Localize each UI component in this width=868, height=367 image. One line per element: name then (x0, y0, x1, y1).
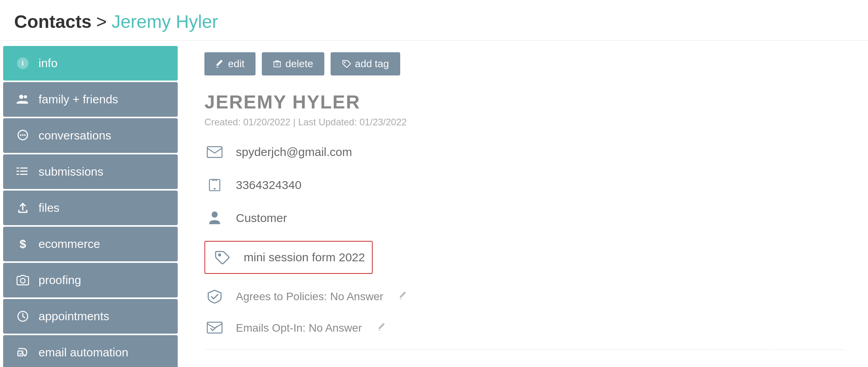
refresh-icon (14, 344, 31, 361)
svg-rect-8 (17, 167, 19, 169)
list-icon (14, 163, 31, 180)
sidebar-item-email-automation[interactable]: email automation (3, 335, 178, 367)
upload-icon (14, 199, 31, 217)
sidebar-item-files[interactable]: files (3, 191, 178, 225)
svg-point-21 (214, 188, 216, 190)
svg-text:$: $ (20, 238, 26, 250)
tag-row: mini session form 2022 (204, 241, 373, 274)
edit-icon (215, 60, 224, 68)
policy-row: Agrees to Policies: No Answer (204, 286, 844, 307)
type-value: Customer (236, 211, 287, 225)
contact-dates: Created: 01/20/2022 | Last Updated: 01/2… (204, 117, 844, 128)
page-header: Contacts > Jeremy Hyler (0, 0, 868, 40)
sidebar-item-ecommerce-label: ecommerce (39, 237, 100, 251)
sidebar-item-submissions[interactable]: submissions (3, 154, 178, 189)
optin-edit-icon[interactable] (378, 323, 386, 334)
sidebar-item-ecommerce[interactable]: $ ecommerce (3, 227, 178, 261)
phone-value: 3364324340 (236, 178, 302, 192)
email-row: spyderjch@gmail.com (204, 142, 844, 162)
svg-point-15 (20, 278, 25, 283)
dollar-icon: $ (14, 235, 31, 253)
sidebar-item-proofing[interactable]: proofing (3, 263, 178, 297)
svg-rect-13 (20, 174, 28, 175)
svg-point-2 (19, 95, 24, 99)
breadcrumb-contact-name: Jeremy Hyler (112, 11, 218, 32)
svg-point-19 (344, 62, 346, 63)
svg-rect-11 (20, 171, 28, 172)
svg-rect-9 (20, 167, 28, 169)
person-icon (204, 208, 225, 228)
svg-rect-12 (17, 174, 19, 175)
svg-point-3 (24, 95, 27, 98)
delete-label: delete (285, 58, 313, 70)
svg-point-6 (22, 134, 24, 136)
optin-value: Emails Opt-In: No Answer (236, 322, 362, 334)
svg-rect-17 (18, 351, 23, 356)
sidebar: i info family + friends (0, 40, 181, 367)
svg-point-23 (218, 253, 221, 257)
sidebar-item-proofing-label: proofing (39, 273, 81, 287)
main-content: edit delete add tag J (181, 40, 868, 367)
tag-icon (342, 60, 351, 68)
phone-icon (204, 175, 225, 195)
edit-button[interactable]: edit (204, 52, 256, 75)
contact-full-name: JEREMY HYLER (204, 91, 844, 113)
add-tag-button[interactable]: add tag (331, 52, 400, 75)
breadcrumb-contacts[interactable]: Contacts (14, 11, 92, 32)
users-icon (14, 91, 31, 108)
sidebar-item-files-label: files (39, 201, 59, 215)
phone-row: 3364324340 (204, 175, 844, 195)
svg-rect-20 (207, 147, 222, 158)
sidebar-item-conversations[interactable]: conversations (3, 118, 178, 153)
camera-icon (14, 272, 31, 289)
add-tag-label: add tag (355, 58, 389, 70)
sidebar-item-info-label: info (39, 57, 57, 70)
optin-row: Emails Opt-In: No Answer (204, 318, 844, 338)
section-divider (204, 349, 844, 350)
tag-highlight-icon (212, 247, 233, 268)
info-icon: i (14, 55, 31, 72)
sidebar-item-submissions-label: submissions (39, 165, 103, 178)
svg-point-22 (211, 211, 217, 217)
sidebar-item-family-friends[interactable]: family + friends (3, 82, 178, 117)
trash-icon (273, 60, 281, 68)
svg-point-7 (24, 134, 26, 136)
svg-text:i: i (22, 59, 24, 67)
policy-value: Agrees to Policies: No Answer (236, 290, 383, 303)
delete-button[interactable]: delete (262, 52, 324, 75)
policy-edit-icon[interactable] (399, 291, 408, 302)
tag-value: mini session form 2022 (244, 251, 365, 264)
sidebar-item-family-label: family + friends (39, 93, 118, 106)
sidebar-item-info[interactable]: i info (3, 46, 178, 81)
email-value: spyderjch@gmail.com (236, 145, 352, 159)
main-layout: i info family + friends (0, 40, 868, 367)
action-bar: edit delete add tag (204, 52, 844, 75)
sidebar-item-appointments-label: appointments (39, 310, 109, 323)
email-icon (204, 142, 225, 162)
sidebar-item-email-automation-label: email automation (39, 346, 128, 359)
check-mail-icon (204, 318, 225, 338)
svg-rect-10 (17, 171, 19, 172)
breadcrumb-separator: > (96, 11, 107, 32)
type-row: Customer (204, 208, 844, 228)
svg-point-5 (20, 134, 22, 136)
edit-label: edit (228, 58, 245, 70)
clock-icon (14, 308, 31, 325)
chat-icon (14, 127, 31, 144)
sidebar-item-conversations-label: conversations (39, 129, 111, 142)
shield-icon (204, 286, 225, 307)
sidebar-item-appointments[interactable]: appointments (3, 299, 178, 334)
svg-rect-18 (274, 62, 281, 67)
